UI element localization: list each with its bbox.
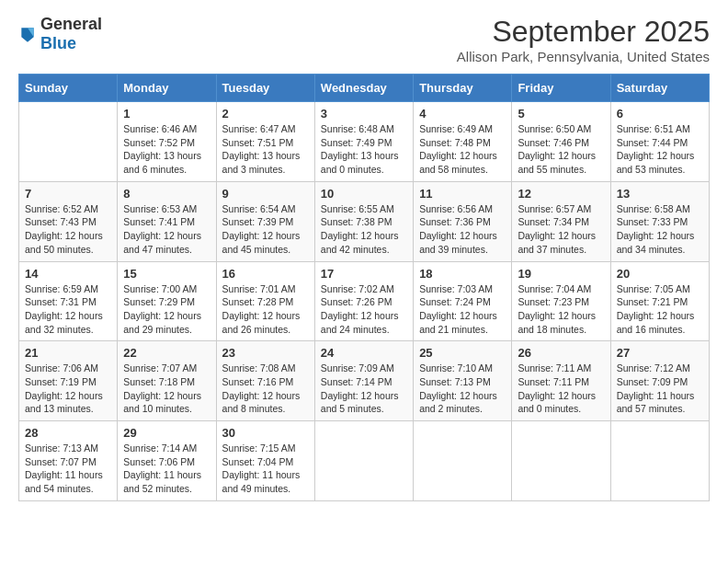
table-row <box>610 421 709 501</box>
table-row: 23 Sunrise: 7:08 AMSunset: 7:16 PMDaylig… <box>216 341 314 421</box>
table-row: 25 Sunrise: 7:10 AMSunset: 7:13 PMDaylig… <box>414 341 512 421</box>
cell-sunrise: Sunrise: 7:03 AMSunset: 7:24 PMDaylight:… <box>419 283 497 335</box>
day-number: 4 <box>419 107 506 121</box>
cell-sunrise: Sunrise: 7:09 AMSunset: 7:14 PMDaylight:… <box>321 362 399 414</box>
cell-sunrise: Sunrise: 6:49 AMSunset: 7:48 PMDaylight:… <box>419 123 497 175</box>
cell-sunrise: Sunrise: 7:05 AMSunset: 7:21 PMDaylight:… <box>617 283 695 335</box>
table-row: 27 Sunrise: 7:12 AMSunset: 7:09 PMDaylig… <box>610 341 709 421</box>
table-row <box>414 421 512 501</box>
day-number: 13 <box>617 187 703 201</box>
table-row <box>19 102 118 182</box>
logo-blue: Blue <box>40 34 76 52</box>
cell-sunrise: Sunrise: 7:11 AMSunset: 7:11 PMDaylight:… <box>518 362 596 414</box>
day-number: 16 <box>222 267 309 281</box>
cell-sunrise: Sunrise: 7:04 AMSunset: 7:23 PMDaylight:… <box>518 283 596 335</box>
col-tuesday: Tuesday <box>216 75 314 102</box>
table-row: 29 Sunrise: 7:14 AMSunset: 7:06 PMDaylig… <box>118 421 216 501</box>
calendar-week-row: 28 Sunrise: 7:13 AMSunset: 7:07 PMDaylig… <box>19 421 710 501</box>
col-wednesday: Wednesday <box>314 75 413 102</box>
table-row: 1 Sunrise: 6:46 AMSunset: 7:52 PMDayligh… <box>118 102 216 182</box>
cell-sunrise: Sunrise: 7:07 AMSunset: 7:18 PMDaylight:… <box>123 362 201 414</box>
table-row: 9 Sunrise: 6:54 AMSunset: 7:39 PMDayligh… <box>216 181 314 261</box>
table-row: 28 Sunrise: 7:13 AMSunset: 7:07 PMDaylig… <box>19 421 118 501</box>
logo-general: General <box>40 15 102 33</box>
day-number: 17 <box>321 267 407 281</box>
cell-sunrise: Sunrise: 7:15 AMSunset: 7:04 PMDaylight:… <box>222 442 301 494</box>
calendar-header-row: Sunday Monday Tuesday Wednesday Thursday… <box>19 75 710 102</box>
table-row: 18 Sunrise: 7:03 AMSunset: 7:24 PMDaylig… <box>414 261 512 341</box>
day-number: 22 <box>123 346 210 360</box>
table-row: 4 Sunrise: 6:49 AMSunset: 7:48 PMDayligh… <box>414 102 512 182</box>
header: General Blue September 2025 Allison Park… <box>18 15 710 64</box>
logo: General Blue <box>18 15 102 53</box>
cell-sunrise: Sunrise: 7:13 AMSunset: 7:07 PMDaylight:… <box>25 442 103 494</box>
cell-sunrise: Sunrise: 6:54 AMSunset: 7:39 PMDaylight:… <box>222 203 301 255</box>
day-number: 25 <box>419 346 506 360</box>
table-row: 6 Sunrise: 6:51 AMSunset: 7:44 PMDayligh… <box>610 102 709 182</box>
title-area: September 2025 Allison Park, Pennsylvani… <box>457 15 710 64</box>
day-number: 5 <box>518 107 604 121</box>
table-row: 11 Sunrise: 6:56 AMSunset: 7:36 PMDaylig… <box>414 181 512 261</box>
day-number: 6 <box>617 107 703 121</box>
calendar: Sunday Monday Tuesday Wednesday Thursday… <box>18 74 710 501</box>
day-number: 9 <box>222 187 309 201</box>
table-row: 16 Sunrise: 7:01 AMSunset: 7:28 PMDaylig… <box>216 261 314 341</box>
cell-sunrise: Sunrise: 6:46 AMSunset: 7:52 PMDaylight:… <box>123 123 201 175</box>
subtitle: Allison Park, Pennsylvania, United State… <box>457 49 710 64</box>
table-row: 15 Sunrise: 7:00 AMSunset: 7:29 PMDaylig… <box>118 261 216 341</box>
table-row: 3 Sunrise: 6:48 AMSunset: 7:49 PMDayligh… <box>314 102 413 182</box>
cell-sunrise: Sunrise: 6:53 AMSunset: 7:41 PMDaylight:… <box>123 203 201 255</box>
table-row: 10 Sunrise: 6:55 AMSunset: 7:38 PMDaylig… <box>314 181 413 261</box>
cell-sunrise: Sunrise: 6:50 AMSunset: 7:46 PMDaylight:… <box>518 123 596 175</box>
day-number: 19 <box>518 267 604 281</box>
table-row: 22 Sunrise: 7:07 AMSunset: 7:18 PMDaylig… <box>118 341 216 421</box>
table-row: 24 Sunrise: 7:09 AMSunset: 7:14 PMDaylig… <box>314 341 413 421</box>
cell-sunrise: Sunrise: 7:02 AMSunset: 7:26 PMDaylight:… <box>321 283 399 335</box>
day-number: 3 <box>321 107 407 121</box>
col-thursday: Thursday <box>414 75 512 102</box>
col-saturday: Saturday <box>610 75 709 102</box>
day-number: 2 <box>222 107 309 121</box>
main-title: September 2025 <box>457 15 710 49</box>
cell-sunrise: Sunrise: 7:08 AMSunset: 7:16 PMDaylight:… <box>222 362 301 414</box>
col-friday: Friday <box>512 75 610 102</box>
table-row: 8 Sunrise: 6:53 AMSunset: 7:41 PMDayligh… <box>118 181 216 261</box>
logo-text: General Blue <box>40 15 102 53</box>
cell-sunrise: Sunrise: 6:56 AMSunset: 7:36 PMDaylight:… <box>419 203 497 255</box>
calendar-week-row: 21 Sunrise: 7:06 AMSunset: 7:19 PMDaylig… <box>19 341 710 421</box>
table-row: 7 Sunrise: 6:52 AMSunset: 7:43 PMDayligh… <box>19 181 118 261</box>
cell-sunrise: Sunrise: 7:14 AMSunset: 7:06 PMDaylight:… <box>123 442 201 494</box>
cell-sunrise: Sunrise: 7:12 AMSunset: 7:09 PMDaylight:… <box>617 362 695 414</box>
cell-sunrise: Sunrise: 6:48 AMSunset: 7:49 PMDaylight:… <box>321 123 399 175</box>
day-number: 18 <box>419 267 506 281</box>
cell-sunrise: Sunrise: 6:57 AMSunset: 7:34 PMDaylight:… <box>518 203 596 255</box>
day-number: 28 <box>25 426 111 440</box>
table-row: 2 Sunrise: 6:47 AMSunset: 7:51 PMDayligh… <box>216 102 314 182</box>
day-number: 30 <box>222 426 309 440</box>
table-row <box>314 421 413 501</box>
logo-icon <box>18 25 37 43</box>
day-number: 11 <box>419 187 506 201</box>
day-number: 15 <box>123 267 210 281</box>
cell-sunrise: Sunrise: 6:55 AMSunset: 7:38 PMDaylight:… <box>321 203 399 255</box>
cell-sunrise: Sunrise: 6:52 AMSunset: 7:43 PMDaylight:… <box>25 203 103 255</box>
table-row: 12 Sunrise: 6:57 AMSunset: 7:34 PMDaylig… <box>512 181 610 261</box>
table-row: 17 Sunrise: 7:02 AMSunset: 7:26 PMDaylig… <box>314 261 413 341</box>
day-number: 29 <box>123 426 210 440</box>
table-row: 5 Sunrise: 6:50 AMSunset: 7:46 PMDayligh… <box>512 102 610 182</box>
day-number: 8 <box>123 187 210 201</box>
day-number: 14 <box>25 267 111 281</box>
table-row: 30 Sunrise: 7:15 AMSunset: 7:04 PMDaylig… <box>216 421 314 501</box>
day-number: 26 <box>518 346 604 360</box>
table-row: 26 Sunrise: 7:11 AMSunset: 7:11 PMDaylig… <box>512 341 610 421</box>
table-row <box>512 421 610 501</box>
cell-sunrise: Sunrise: 6:47 AMSunset: 7:51 PMDaylight:… <box>222 123 301 175</box>
calendar-week-row: 7 Sunrise: 6:52 AMSunset: 7:43 PMDayligh… <box>19 181 710 261</box>
table-row: 21 Sunrise: 7:06 AMSunset: 7:19 PMDaylig… <box>19 341 118 421</box>
day-number: 20 <box>617 267 703 281</box>
day-number: 1 <box>123 107 210 121</box>
day-number: 23 <box>222 346 309 360</box>
day-number: 10 <box>321 187 407 201</box>
cell-sunrise: Sunrise: 7:06 AMSunset: 7:19 PMDaylight:… <box>25 362 103 414</box>
calendar-week-row: 14 Sunrise: 6:59 AMSunset: 7:31 PMDaylig… <box>19 261 710 341</box>
